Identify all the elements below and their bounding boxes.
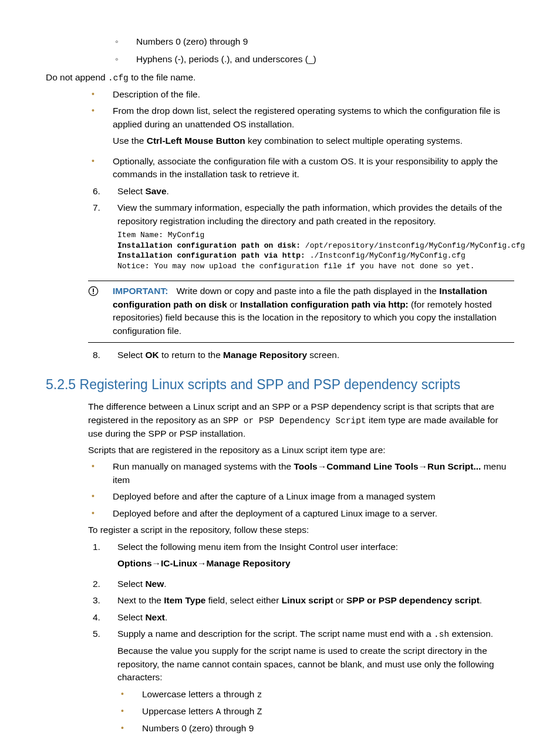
text: Select: [117, 350, 145, 360]
step-1: 1. Select the following menu item from t…: [88, 541, 514, 574]
svg-rect-1: [93, 289, 94, 292]
arrow-icon: →: [197, 558, 207, 568]
svg-rect-2: [93, 293, 94, 295]
important-note: IMPORTANT:Write down or copy and paste i…: [88, 281, 514, 343]
ui-label: Manage Repository: [207, 558, 291, 568]
ui-label: OK: [145, 350, 158, 360]
sublist-chars: Numbers 0 (zero) through 9 Hyphens (-), …: [112, 35, 514, 66]
ui-label: New: [145, 579, 164, 589]
step-5: 5. Supply a name and description for the…: [88, 627, 514, 738]
text: Uppercase letters: [142, 706, 216, 716]
code-inline: .sh: [434, 630, 449, 639]
text: Select: [117, 579, 145, 589]
text: Use the: [113, 136, 147, 146]
step-number: 4.: [88, 611, 117, 624]
arrow-icon: →: [419, 461, 428, 471]
list-item: Numbers 0 (zero) through 9: [112, 35, 514, 48]
text: through: [221, 689, 257, 699]
menu-path: Options→IC-Linux→Manage Repository: [117, 557, 514, 570]
text: Hyphens (-), periods (.), and underscore…: [136, 53, 514, 66]
code-block: Item Name: MyConfig Installation configu…: [117, 230, 525, 271]
list-item: Numbers 0 (zero) through 9: [117, 722, 514, 735]
ui-label: Run Script...: [427, 461, 481, 471]
register-steps: 1. Select the following menu item from t…: [88, 541, 514, 738]
text: Deployed before and after the deployment…: [113, 507, 514, 520]
text: Optionally, associate the configuration …: [113, 155, 514, 181]
text: Deployed before and after the capture of…: [113, 490, 514, 503]
ui-label: Manage Repository: [223, 350, 307, 360]
section-number: 5.2.5: [46, 377, 76, 392]
step-7: 7. View the summary information, especia…: [88, 201, 514, 277]
code-inline: SPP or PSP Dependency Script: [223, 416, 366, 426]
step-body: Select Save.: [117, 185, 514, 198]
code-inline: Z: [257, 707, 262, 717]
ui-label: Tools: [294, 461, 317, 471]
list-item: Deployed before and after the deployment…: [88, 507, 514, 520]
arrow-icon: →: [152, 558, 161, 568]
ui-label: IC-Linux: [161, 558, 197, 568]
text: Supply a name and description for the sc…: [117, 629, 434, 639]
ui-label: SPP or PSP dependency script: [346, 595, 480, 605]
section-title: Registering Linux scripts and SPP and PS…: [76, 377, 460, 392]
text: .: [480, 595, 482, 605]
step-8: 8. Select OK to return to the Manage Rep…: [88, 349, 514, 362]
ui-label: Command Line Tools: [326, 461, 418, 471]
important-icon: [88, 285, 113, 337]
step-body: Next to the Item Type field, select eith…: [117, 594, 514, 607]
text: Select: [117, 612, 145, 622]
text: screen.: [307, 350, 339, 360]
list-item: Uppercase letters A through Z: [117, 705, 514, 718]
step-number: 1.: [88, 541, 117, 574]
important-body: IMPORTANT:Write down or copy and paste i…: [113, 285, 514, 337]
step-body: Supply a name and description for the sc…: [117, 627, 514, 738]
list-item: Deployed before and after the capture of…: [88, 490, 514, 503]
list-item: Lowercase letters a through z: [117, 688, 514, 701]
step-number: 5.: [88, 627, 117, 738]
paragraph: To register a script in the repository, …: [88, 524, 514, 536]
text: Numbers 0 (zero) through 9: [136, 35, 514, 48]
list-item: From the drop down list, select the regi…: [88, 104, 514, 151]
list-item: Optionally, associate the configuration …: [88, 155, 514, 181]
paragraph: Because the value you supply for the scr…: [117, 644, 514, 684]
char-rules-list: Lowercase letters a through z Uppercase …: [117, 688, 514, 735]
text: to the file name.: [129, 72, 196, 82]
text: Write down or copy and paste into a file…: [176, 286, 439, 296]
text: .: [165, 612, 167, 622]
step-body: Select OK to return to the Manage Reposi…: [117, 349, 514, 362]
step-number: 3.: [88, 594, 117, 607]
text: or: [227, 299, 240, 309]
text: Next to the: [117, 595, 164, 605]
step-number: 8.: [88, 349, 117, 362]
arrow-icon: →: [318, 461, 327, 471]
step-2: 2. Select New.: [88, 578, 514, 590]
text: From the drop down list, select the regi…: [113, 106, 500, 129]
text: .: [164, 579, 166, 589]
note-noappend: Do not append .cfg to the file name.: [46, 71, 514, 85]
list-item: Hyphens (-), periods (.), and underscore…: [112, 53, 514, 66]
steps-cont2: 8. Select OK to return to the Manage Rep…: [88, 349, 514, 362]
text: Select the following menu item from the …: [117, 542, 398, 552]
step-4: 4. Select Next.: [88, 611, 514, 624]
step-number: 2.: [88, 578, 117, 590]
code-inline: z: [257, 690, 262, 700]
text: or: [333, 595, 346, 605]
ui-label: Save: [145, 186, 166, 196]
text: .: [167, 186, 169, 196]
step-number: 6.: [88, 185, 117, 198]
paragraph: Scripts that are registered in the repos…: [88, 444, 514, 457]
step-body: View the summary information, especially…: [117, 201, 525, 277]
code-inline: .cfg: [108, 73, 129, 83]
text: Do not append: [46, 72, 108, 82]
options-list: Description of the file. From the drop d…: [88, 88, 514, 181]
text: View the summary information, especially…: [117, 202, 502, 225]
ui-label: Next: [145, 612, 165, 622]
text: Description of the file.: [113, 88, 514, 101]
section-heading: 5.2.5 Registering Linux scripts and SPP …: [46, 375, 514, 394]
list-item: Run manually on managed systems with the…: [88, 460, 514, 487]
step-body: Select Next.: [117, 611, 514, 624]
key-combo: Ctrl-Left Mouse Button: [147, 136, 245, 146]
text: Use the Ctrl-Left Mouse Button key combi…: [113, 134, 514, 147]
text: Numbers 0 (zero) through 9: [142, 722, 514, 735]
ui-label: Item Type: [164, 595, 205, 605]
paragraph: The difference between a Linux script an…: [88, 400, 514, 440]
